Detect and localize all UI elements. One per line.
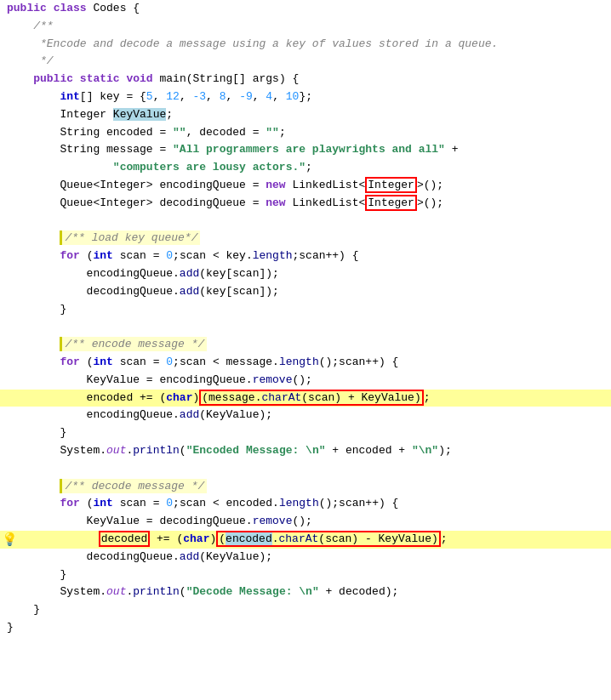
code-line-9: String message = "All programmers are pl… [0,141,611,159]
code-line-33: } [0,566,611,584]
code-line-23: encoded += (char)(message.charAt(scan) +… [0,390,611,407]
code-line-6: int[] key = {5, 12, -3, 8, -9, 4, 10}; [0,88,611,106]
code-line-8: String encoded = "", decoded = ""; [0,124,611,142]
code-line-3: *Encode and decode a message using a key… [0,36,611,54]
code-line-10: "computers are lousy actors."; [0,159,611,177]
code-line-17: decodingQueue.add(key[scan]); [0,283,611,301]
code-line-5: public static void main(String[] args) { [0,71,611,88]
code-line-26: System.out.println("Encoded Message: \n"… [0,442,611,460]
code-line-13 [0,213,611,230]
code-line-27 [0,460,611,478]
code-line-32: decodingQueue.add(KeyValue); [0,549,611,566]
code-line-11: Queue<Integer> encodingQueue = new Linke… [0,177,611,195]
code-line-15: for (int scan = 0;scan < key.length;scan… [0,248,611,265]
code-line-28: /** decode message */ [0,478,611,496]
code-line-25: } [0,424,611,442]
code-line-2: /** [0,18,611,36]
code-editor: public class Codes { /** *Encode and dec… [0,0,611,700]
code-line-31: 💡 decoded += (char)(encoded.charAt(scan)… [0,531,611,549]
code-line-12: Queue<Integer> decodingQueue = new Linke… [0,195,611,213]
code-line-1: public class Codes { [0,0,611,18]
code-line-16: encodingQueue.add(key[scan]); [0,265,611,283]
code-line-35: } [0,601,611,619]
code-line-14: /** load key queue*/ [0,230,611,248]
code-line-4: */ [0,53,611,71]
code-line-19 [0,318,611,336]
code-line-7: Integer KeyValue; [0,106,611,124]
code-line-29: for (int scan = 0;scan < encoded.length(… [0,495,611,513]
code-line-36: } [0,619,611,637]
code-line-24: encodingQueue.add(KeyValue); [0,407,611,424]
code-line-22: KeyValue = encodingQueue.remove(); [0,372,611,390]
code-line-30: KeyValue = decodingQueue.remove(); [0,513,611,531]
code-line-21: for (int scan = 0;scan < message.length(… [0,354,611,372]
code-line-34: System.out.println("Decode Message: \n" … [0,583,611,601]
code-line-18: } [0,301,611,319]
code-line-20: /** encode message */ [0,336,611,354]
